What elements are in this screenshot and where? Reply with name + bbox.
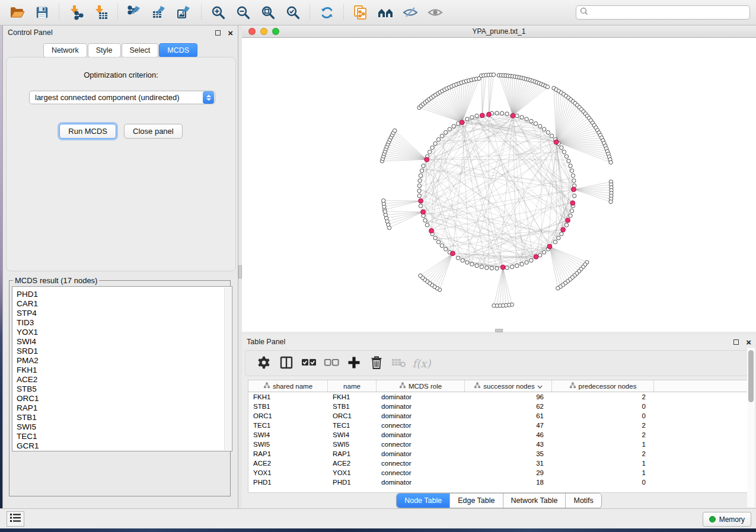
- network-node[interactable]: [570, 169, 573, 172]
- network-node[interactable]: [570, 209, 573, 213]
- mcds-result-item[interactable]: SRD1: [12, 347, 232, 356]
- network-node[interactable]: [556, 286, 560, 290]
- network-node[interactable]: [480, 265, 483, 268]
- network-node[interactable]: [534, 121, 537, 125]
- cell-successor-nodes[interactable]: 61: [465, 412, 552, 419]
- cell-successor-nodes[interactable]: 96: [465, 393, 552, 400]
- network-node[interactable]: [465, 117, 469, 121]
- network-node[interactable]: [433, 142, 437, 145]
- network-node[interactable]: [490, 267, 493, 270]
- table-row[interactable]: STB1STB1dominator620: [248, 402, 749, 411]
- cell-predecessor-nodes[interactable]: 1: [552, 469, 654, 476]
- cell-name[interactable]: SWI4: [328, 431, 377, 438]
- network-node-mcds[interactable]: [534, 255, 538, 259]
- network-node[interactable]: [436, 240, 440, 243]
- table-row[interactable]: RAP1RAP1dominator352: [248, 449, 749, 459]
- column-header-name[interactable]: name: [328, 380, 377, 392]
- cell-name[interactable]: ORC1: [328, 412, 377, 419]
- cell-shared-name[interactable]: SWI4: [248, 431, 328, 438]
- network-node-mcds[interactable]: [429, 229, 434, 233]
- network-node[interactable]: [492, 304, 496, 307]
- table-row[interactable]: FKH1FKH1dominator962: [248, 392, 749, 402]
- cell-predecessor-nodes[interactable]: 0: [552, 412, 654, 419]
- cell-successor-nodes[interactable]: 35: [465, 450, 552, 457]
- cell-successor-nodes[interactable]: 29: [465, 469, 552, 476]
- table-row[interactable]: TEC1TEC1connector472: [248, 421, 749, 430]
- network-node[interactable]: [430, 146, 434, 149]
- network-node[interactable]: [465, 261, 469, 264]
- mcds-result-item[interactable]: TEC1: [12, 432, 232, 441]
- zoom-selected-button[interactable]: [284, 4, 302, 21]
- table-row[interactable]: ACE2ACE2connector311: [248, 459, 749, 468]
- network-node[interactable]: [529, 119, 533, 123]
- clone-network-button[interactable]: [352, 4, 369, 21]
- mcds-result-item[interactable]: STB1: [12, 413, 232, 422]
- mcds-result-item[interactable]: SWI4: [12, 337, 232, 347]
- cell-successor-nodes[interactable]: 31: [465, 460, 552, 467]
- save-session-button[interactable]: [33, 4, 51, 21]
- cell-successor-nodes[interactable]: 18: [465, 479, 552, 486]
- cell-shared-name[interactable]: FKH1: [248, 393, 328, 400]
- network-node[interactable]: [515, 114, 519, 117]
- cell-predecessor-nodes[interactable]: 2: [552, 431, 654, 438]
- network-node[interactable]: [417, 194, 421, 197]
- network-node[interactable]: [456, 256, 460, 259]
- column-header-shared-name[interactable]: shared name: [248, 380, 328, 392]
- network-node[interactable]: [475, 114, 479, 117]
- network-node[interactable]: [546, 130, 550, 134]
- network-node[interactable]: [553, 240, 557, 243]
- network-node[interactable]: [525, 117, 528, 121]
- network-node[interactable]: [492, 73, 495, 76]
- network-node[interactable]: [420, 169, 423, 172]
- task-history-button[interactable]: [7, 511, 24, 527]
- network-node[interactable]: [564, 155, 568, 158]
- network-node-mcds[interactable]: [480, 113, 484, 118]
- column-header-predecessor-nodes[interactable]: predecessor nodes: [552, 380, 654, 392]
- deselect-all-rows-button[interactable]: [323, 354, 340, 372]
- tab-node-table[interactable]: Node Table: [397, 493, 450, 508]
- network-node[interactable]: [569, 214, 572, 217]
- network-node[interactable]: [417, 189, 421, 193]
- network-node[interactable]: [475, 264, 479, 267]
- show-all-button[interactable]: [426, 4, 444, 21]
- cell-name[interactable]: TEC1: [328, 422, 377, 429]
- float-panel-icon[interactable]: [733, 339, 739, 345]
- cell-predecessor-nodes[interactable]: 1: [552, 441, 654, 448]
- network-node-mcds[interactable]: [500, 265, 505, 270]
- select-all-rows-button[interactable]: [300, 354, 318, 372]
- network-node[interactable]: [470, 116, 474, 119]
- column-header-successor-nodes[interactable]: successor nodes: [465, 380, 552, 392]
- network-node[interactable]: [571, 174, 575, 177]
- mcds-result-item[interactable]: PHD1: [12, 290, 232, 299]
- network-node[interactable]: [505, 266, 509, 270]
- tab-select[interactable]: Select: [122, 43, 159, 57]
- import-network-button[interactable]: [67, 4, 85, 21]
- network-node[interactable]: [419, 174, 422, 177]
- network-node-mcds[interactable]: [554, 140, 559, 145]
- cell-mcds-role[interactable]: dominator: [377, 450, 465, 457]
- network-node[interactable]: [500, 111, 503, 115]
- network-node[interactable]: [495, 267, 499, 270]
- network-node[interactable]: [520, 262, 524, 266]
- network-node-mcds[interactable]: [566, 218, 570, 223]
- network-node[interactable]: [419, 274, 422, 277]
- network-node[interactable]: [550, 134, 553, 137]
- cell-mcds-role[interactable]: dominator: [377, 403, 465, 410]
- network-node[interactable]: [557, 236, 560, 240]
- cell-shared-name[interactable]: RAP1: [248, 450, 328, 457]
- search-input[interactable]: [591, 8, 746, 17]
- network-node[interactable]: [382, 199, 385, 203]
- mcds-result-item[interactable]: TID3: [12, 318, 232, 328]
- cell-successor-nodes[interactable]: 46: [465, 431, 552, 438]
- network-node-mcds[interactable]: [419, 198, 423, 203]
- cell-predecessor-nodes[interactable]: 2: [552, 450, 654, 457]
- network-node[interactable]: [609, 200, 613, 203]
- network-node[interactable]: [461, 258, 464, 262]
- network-window-titlebar[interactable]: YPA_prune.txt_1: [242, 25, 756, 38]
- table-row[interactable]: YOX1YOX1connector291: [248, 468, 749, 477]
- tab-mcds[interactable]: MCDS: [159, 43, 197, 57]
- cell-name[interactable]: SWI5: [328, 441, 377, 448]
- export-image-button[interactable]: [176, 4, 193, 21]
- network-node[interactable]: [433, 236, 437, 240]
- network-node-mcds[interactable]: [451, 251, 455, 256]
